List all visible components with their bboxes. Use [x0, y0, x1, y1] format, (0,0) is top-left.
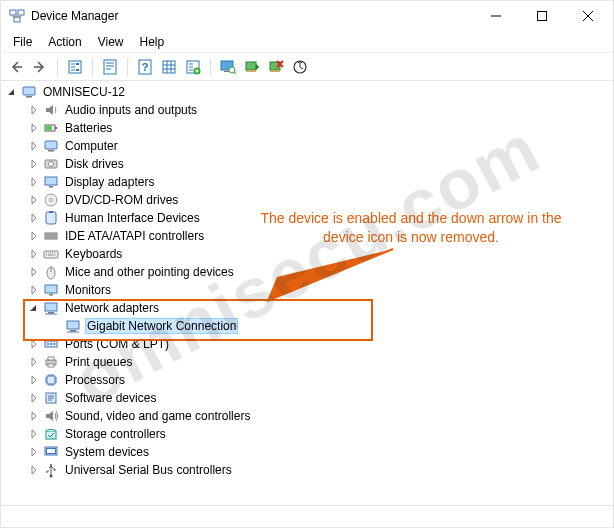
- chevron-right-icon[interactable]: [27, 373, 41, 387]
- sound-icon: [43, 408, 59, 424]
- chevron-right-icon[interactable]: [27, 337, 41, 351]
- tree-item-label: Batteries: [63, 120, 114, 136]
- menu-file[interactable]: File: [5, 33, 40, 51]
- tree-row[interactable]: Audio inputs and outputs: [1, 101, 613, 119]
- svg-rect-17: [246, 70, 256, 72]
- svg-point-33: [50, 199, 53, 202]
- svg-rect-54: [46, 431, 56, 439]
- tree-item-label: Disk drives: [63, 156, 126, 172]
- chevron-down-icon[interactable]: [5, 85, 19, 99]
- toolbar-enable-button[interactable]: [241, 56, 263, 78]
- tree-item-label: Network adapters: [63, 300, 161, 316]
- chevron-right-icon[interactable]: [27, 229, 41, 243]
- statusbar: [1, 505, 613, 527]
- tree-row[interactable]: Sound, video and game controllers: [1, 407, 613, 425]
- svg-point-57: [50, 475, 53, 478]
- tree-row[interactable]: Universal Serial Bus controllers: [1, 461, 613, 479]
- tree-row[interactable]: Computer: [1, 137, 613, 155]
- svg-point-29: [49, 162, 54, 167]
- tree-row[interactable]: Mice and other pointing devices: [1, 263, 613, 281]
- toolbar-help-button[interactable]: ?: [134, 56, 156, 78]
- chevron-right-icon[interactable]: [27, 265, 41, 279]
- tree-row[interactable]: Gigabit Network Connection: [1, 317, 613, 335]
- toolbar-view-mode-button[interactable]: [158, 56, 180, 78]
- toolbar: ?: [1, 53, 613, 81]
- tree-row[interactable]: DVD/CD-ROM drives: [1, 191, 613, 209]
- menubar: File Action View Help: [1, 31, 613, 53]
- svg-rect-51: [48, 364, 54, 367]
- svg-rect-52: [47, 376, 55, 384]
- chevron-right-icon[interactable]: [27, 175, 41, 189]
- maximize-button[interactable]: [519, 1, 565, 31]
- titlebar: Device Manager: [1, 1, 613, 31]
- chevron-right-icon[interactable]: [27, 355, 41, 369]
- chevron-right-icon[interactable]: [27, 463, 41, 477]
- toolbar-uninstall-button[interactable]: [265, 56, 287, 78]
- svg-point-58: [50, 464, 52, 466]
- hid-icon: [43, 210, 59, 226]
- tree-row[interactable]: Disk drives: [1, 155, 613, 173]
- tree-item-label: Gigabit Network Connection: [85, 318, 238, 334]
- svg-rect-36: [45, 233, 57, 239]
- menu-view[interactable]: View: [90, 33, 132, 51]
- software-icon: [43, 390, 59, 406]
- chevron-right-icon[interactable]: [27, 409, 41, 423]
- tree-row[interactable]: Monitors: [1, 281, 613, 299]
- chevron-right-icon[interactable]: [27, 121, 41, 135]
- tree-item-label: Computer: [63, 138, 120, 154]
- tree-row[interactable]: Storage controllers: [1, 425, 613, 443]
- chevron-right-icon[interactable]: [27, 211, 41, 225]
- tree-spacer: [49, 319, 63, 333]
- svg-rect-10: [163, 61, 175, 73]
- toolbar-forward-button[interactable]: [29, 56, 51, 78]
- chevron-right-icon[interactable]: [27, 445, 41, 459]
- toolbar-update-driver-button[interactable]: [217, 56, 239, 78]
- chevron-right-icon[interactable]: [27, 283, 41, 297]
- chevron-right-icon[interactable]: [27, 193, 41, 207]
- chevron-right-icon[interactable]: [27, 427, 41, 441]
- svg-rect-21: [23, 87, 35, 95]
- svg-point-46: [47, 343, 49, 345]
- svg-rect-30: [45, 177, 57, 185]
- svg-rect-6: [76, 69, 79, 71]
- minimize-button[interactable]: [473, 1, 519, 31]
- chevron-down-icon[interactable]: [27, 301, 41, 315]
- chevron-right-icon[interactable]: [27, 103, 41, 117]
- tree-view[interactable]: OMNISECU-12Audio inputs and outputsBatte…: [1, 81, 613, 505]
- close-button[interactable]: [565, 1, 611, 31]
- tree-row[interactable]: Print queues: [1, 353, 613, 371]
- chevron-right-icon[interactable]: [27, 139, 41, 153]
- svg-text:?: ?: [142, 61, 149, 73]
- tree-row[interactable]: Ports (COM & LPT): [1, 335, 613, 353]
- chevron-right-icon[interactable]: [27, 157, 41, 171]
- svg-rect-41: [45, 303, 57, 311]
- tree-row[interactable]: Network adapters: [1, 299, 613, 317]
- svg-point-48: [53, 343, 55, 345]
- menu-help[interactable]: Help: [132, 33, 173, 51]
- computer-icon: [21, 84, 37, 100]
- tree-item-label: Audio inputs and outputs: [63, 102, 199, 118]
- svg-rect-43: [67, 321, 79, 329]
- menu-action[interactable]: Action: [40, 33, 89, 51]
- tree-row[interactable]: OMNISECU-12: [1, 83, 613, 101]
- mouse-icon: [43, 264, 59, 280]
- tree-item-label: Monitors: [63, 282, 113, 298]
- tree-row[interactable]: Software devices: [1, 389, 613, 407]
- toolbar-add-hardware-button[interactable]: [182, 56, 204, 78]
- svg-rect-24: [55, 127, 57, 129]
- toolbar-separator: [127, 58, 128, 76]
- toolbar-back-button[interactable]: [5, 56, 27, 78]
- svg-rect-35: [49, 211, 53, 213]
- app-icon: [9, 8, 25, 24]
- toolbar-properties-button[interactable]: [99, 56, 121, 78]
- tree-row[interactable]: Keyboards: [1, 245, 613, 263]
- tree-row[interactable]: Processors: [1, 371, 613, 389]
- chevron-right-icon[interactable]: [27, 247, 41, 261]
- tree-row[interactable]: Display adapters: [1, 173, 613, 191]
- tree-item-label: Software devices: [63, 390, 158, 406]
- chevron-right-icon[interactable]: [27, 391, 41, 405]
- toolbar-show-hidden-button[interactable]: [64, 56, 86, 78]
- tree-row[interactable]: Batteries: [1, 119, 613, 137]
- tree-row[interactable]: System devices: [1, 443, 613, 461]
- toolbar-scan-button[interactable]: [289, 56, 311, 78]
